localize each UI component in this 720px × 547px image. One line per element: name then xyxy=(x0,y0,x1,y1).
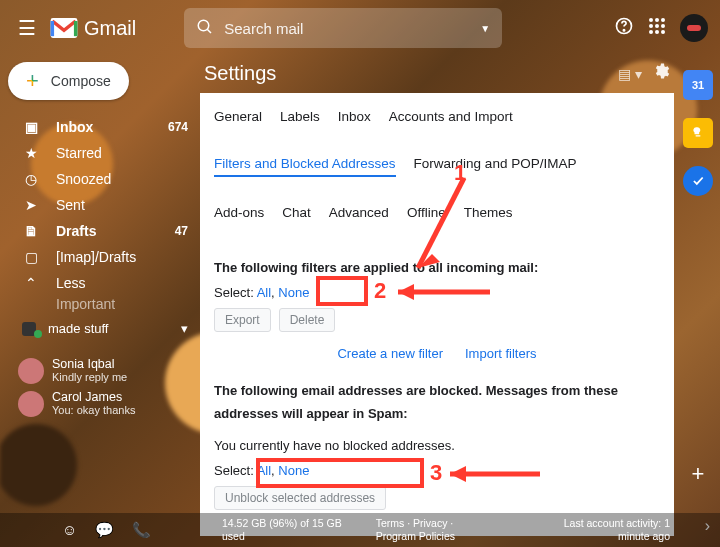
tab-chat[interactable]: Chat xyxy=(282,205,311,224)
send-icon: ➤ xyxy=(22,197,40,213)
sidebar-item-imapdrafts[interactable]: ▢[Imap]/Drafts xyxy=(0,244,200,270)
search-box[interactable]: Search mail ▼ xyxy=(184,8,502,48)
chev-icon: ⌃ xyxy=(22,275,40,291)
file-icon: 🗎 xyxy=(22,223,40,239)
tab-inbox[interactable]: Inbox xyxy=(338,109,371,128)
activity-line1: Last account activity: 1 xyxy=(564,517,670,530)
svg-point-10 xyxy=(649,24,653,28)
hangouts-contacts-icon[interactable]: ☺ xyxy=(62,521,77,539)
select-all-link[interactable]: All xyxy=(257,285,271,300)
settings-gear-icon[interactable] xyxy=(652,62,670,85)
sidebar-item-starred[interactable]: ★Starred xyxy=(0,140,200,166)
tab-forwarding-and-pop-imap[interactable]: Forwarding and POP/IMAP xyxy=(414,156,577,177)
nav-label: Drafts xyxy=(56,223,96,239)
support-icon[interactable] xyxy=(614,16,634,41)
chat-name: Sonia Iqbal xyxy=(52,357,127,371)
chat-item[interactable]: Sonia IqbalKindly reply me xyxy=(0,354,200,387)
page-title: Settings xyxy=(204,62,276,85)
compose-label: Compose xyxy=(51,73,111,89)
hangouts-phone-icon[interactable]: 📞 xyxy=(132,521,151,539)
search-placeholder: Search mail xyxy=(224,20,480,37)
unblock-button[interactable]: Unblock selected addresses xyxy=(214,486,386,510)
delete-button[interactable]: Delete xyxy=(279,308,336,332)
nav-label: [Imap]/Drafts xyxy=(56,249,136,265)
svg-point-7 xyxy=(649,18,653,22)
svg-point-3 xyxy=(198,20,209,31)
storage-line1: 14.52 GB (96%) of 15 GB xyxy=(222,517,342,530)
annotation-number-2: 2 xyxy=(374,278,386,304)
apps-icon[interactable] xyxy=(648,17,666,40)
export-button[interactable]: Export xyxy=(214,308,271,332)
keep-addon-icon[interactable] xyxy=(683,118,713,148)
activity-line2: minute ago xyxy=(564,530,670,543)
presence-indicator xyxy=(34,330,42,338)
plus-icon: + xyxy=(26,72,39,90)
input-tools-icon[interactable]: ▤ ▾ xyxy=(618,66,642,82)
annotation-box-3 xyxy=(256,458,424,488)
import-filters-link[interactable]: Import filters xyxy=(465,346,537,361)
sidebar-item-inbox[interactable]: ▣Inbox674 xyxy=(0,114,200,140)
nav-count: 674 xyxy=(168,120,188,134)
nav-label: Less xyxy=(56,275,86,291)
tab-filters-and-blocked-addresses[interactable]: Filters and Blocked Addresses xyxy=(214,156,396,177)
nav-label: Starred xyxy=(56,145,102,161)
sidebar-item-less[interactable]: ⌃Less xyxy=(0,270,200,296)
filters-heading: The following filters are applied to all… xyxy=(214,260,660,275)
chat-item[interactable]: Carol JamesYou: okay thanks xyxy=(0,387,200,420)
svg-point-12 xyxy=(661,24,665,28)
tasks-addon-icon[interactable] xyxy=(683,166,713,196)
svg-point-11 xyxy=(655,24,659,28)
search-icon xyxy=(196,18,214,39)
chat-preview: Kindly reply me xyxy=(52,371,127,384)
gmail-logo[interactable]: Gmail xyxy=(50,17,136,40)
star-icon: ★ xyxy=(22,145,40,161)
tab-accounts-and-import[interactable]: Accounts and Import xyxy=(389,109,513,128)
select-none-link[interactable]: None xyxy=(278,285,309,300)
tab-themes[interactable]: Themes xyxy=(464,205,513,224)
svg-point-6 xyxy=(623,29,624,30)
annotation-box-2 xyxy=(316,276,368,306)
nav-label: Snoozed xyxy=(56,171,111,187)
folder-icon: ▢ xyxy=(22,249,40,265)
menu-icon[interactable]: ☰ xyxy=(12,10,42,46)
label-menu-icon[interactable]: ▾ xyxy=(181,321,188,336)
sidebar-item-drafts[interactable]: 🗎Drafts47 xyxy=(0,218,200,244)
sidebar-item-sent[interactable]: ➤Sent xyxy=(0,192,200,218)
blocked-empty: You currently have no blocked addresses. xyxy=(214,438,660,453)
annotation-number-3: 3 xyxy=(430,460,442,486)
tab-advanced[interactable]: Advanced xyxy=(329,205,389,224)
account-avatar[interactable] xyxy=(680,14,708,42)
nav-label: Inbox xyxy=(56,119,93,135)
gmail-m-icon xyxy=(50,17,78,39)
gmail-wordmark: Gmail xyxy=(84,17,136,40)
svg-point-8 xyxy=(655,18,659,22)
annotation-number-1: 1 xyxy=(454,160,466,186)
tab-general[interactable]: General xyxy=(214,109,262,128)
footer-links-1[interactable]: Terms · Privacy · xyxy=(376,517,455,530)
search-options-icon[interactable]: ▼ xyxy=(480,23,490,34)
sidebar-item-snoozed[interactable]: ◷Snoozed xyxy=(0,166,200,192)
inbox-icon: ▣ xyxy=(22,119,40,135)
chat-avatar xyxy=(18,391,44,417)
blocked-heading: The following email addresses are blocke… xyxy=(214,379,660,426)
storage-line2: used xyxy=(222,530,342,543)
calendar-addon-icon[interactable]: 31 xyxy=(683,70,713,100)
user-label[interactable]: made stuff ▾ xyxy=(0,317,200,340)
label-important[interactable]: Important xyxy=(56,296,115,312)
hangouts-chat-icon[interactable]: 💬 xyxy=(95,521,114,539)
tab-add-ons[interactable]: Add-ons xyxy=(214,205,264,224)
svg-line-4 xyxy=(207,29,211,33)
svg-point-14 xyxy=(655,30,659,34)
nav-count: 47 xyxy=(175,224,188,238)
chat-avatar xyxy=(18,358,44,384)
svg-point-9 xyxy=(661,18,665,22)
compose-button[interactable]: + Compose xyxy=(8,62,129,100)
nav-label: Sent xyxy=(56,197,85,213)
addons-plus-icon[interactable]: + xyxy=(692,461,705,487)
tab-labels[interactable]: Labels xyxy=(280,109,320,128)
tab-offline[interactable]: Offline xyxy=(407,205,446,224)
svg-point-15 xyxy=(661,30,665,34)
create-filter-link[interactable]: Create a new filter xyxy=(337,346,443,361)
select-label: Select: xyxy=(214,285,254,300)
footer-links-2[interactable]: Program Policies xyxy=(376,530,455,543)
